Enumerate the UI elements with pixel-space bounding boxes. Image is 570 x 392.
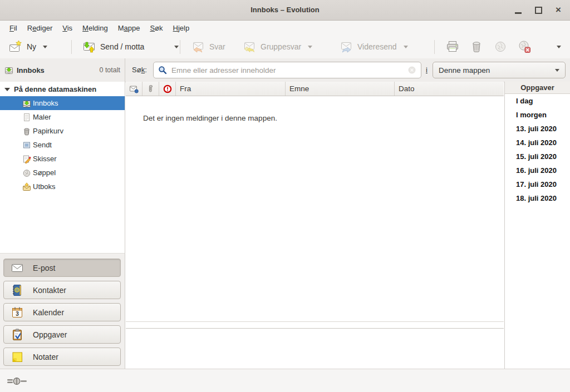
group-reply-label: Gruppesvar — [261, 42, 301, 51]
folder-papirkurv[interactable]: Papirkurv — [0, 124, 125, 138]
task-pane: Oppgaver I dag I morgen 13. juli 2020 14… — [504, 82, 570, 369]
forward-button[interactable]: Videresend — [335, 38, 412, 56]
task-group-date[interactable]: 14. juli 2020 — [505, 136, 570, 150]
folder-label: Innboks — [33, 99, 58, 107]
calendar-icon: 3 — [11, 306, 24, 319]
column-importance[interactable] — [159, 82, 176, 96]
preview-pane-splitter[interactable] — [126, 328, 504, 329]
forward-dropdown-icon[interactable] — [404, 46, 408, 48]
folder-maler[interactable]: Maler — [0, 110, 125, 124]
task-group-date[interactable]: 13. juli 2020 — [505, 122, 570, 136]
tree-root-label: På denne datamaskinen — [14, 85, 96, 93]
maximize-button[interactable] — [529, 0, 548, 20]
group-reply-icon — [243, 40, 256, 53]
folder-label: Søppel — [33, 168, 56, 177]
folder-label: Sendt — [33, 141, 52, 149]
folder-label: Skisser — [33, 155, 57, 163]
column-subject[interactable]: Emne — [286, 82, 395, 96]
task-group-date[interactable]: 15. juli 2020 — [505, 150, 570, 163]
task-group-date[interactable]: 17. juli 2020 — [505, 177, 570, 191]
column-date[interactable]: Dato — [395, 82, 504, 96]
toolbar-overflow-button[interactable] — [550, 38, 566, 56]
switcher-tasks-button[interactable]: Oppgaver — [3, 325, 121, 344]
message-list-header: Fra Emne Dato — [126, 82, 504, 96]
switcher-contacts-button[interactable]: Kontakter — [3, 281, 121, 299]
switcher-label: Oppgaver — [33, 330, 67, 339]
menu-mappe[interactable]: Mappe — [113, 22, 145, 34]
folder-soppel[interactable]: Søppel — [0, 166, 125, 180]
online-status-plug-icon[interactable] — [7, 377, 27, 385]
junk-button[interactable] — [489, 38, 512, 56]
drafts-icon — [22, 155, 31, 163]
status-bar — [0, 369, 570, 392]
search-input[interactable] — [170, 66, 407, 75]
task-group-today[interactable]: I dag — [505, 94, 570, 108]
new-mail-icon — [9, 40, 22, 53]
task-group-date[interactable]: 18. juli 2020 — [505, 191, 570, 205]
junk-folder-icon — [22, 168, 31, 177]
menu-fil[interactable]: Fil — [4, 22, 22, 34]
inbox-icon — [22, 99, 31, 108]
folder-label: Maler — [33, 113, 51, 121]
message-list-pane: Fra Emne Dato Det er ingen meldinger i d… — [126, 82, 504, 369]
group-reply-button[interactable]: Gruppesvar — [238, 38, 317, 56]
new-message-button[interactable]: Ny — [4, 38, 52, 56]
search-box — [153, 62, 421, 78]
folder-skisser[interactable]: Skisser — [0, 152, 125, 166]
attachment-icon — [146, 85, 155, 93]
minimize-button[interactable] — [509, 0, 528, 20]
task-group-date[interactable]: 16. juli 2020 — [505, 163, 570, 177]
scope-selected-value: Denne mappen — [439, 66, 553, 75]
reply-button[interactable]: Svar — [187, 38, 230, 56]
forward-label: Videresend — [357, 42, 397, 51]
switcher-calendar-button[interactable]: 3 Kalender — [3, 303, 121, 321]
folder-header: Innboks 0 totalt — [0, 58, 125, 82]
junk-icon — [493, 39, 508, 54]
menu-melding[interactable]: Melding — [77, 22, 113, 34]
reply-icon — [191, 40, 205, 53]
empty-folder-message: Det er ingen meldinger i denne mappen. — [143, 114, 277, 122]
search-label: Søk: — [132, 66, 147, 74]
menubar: Fil Rediger Vis Melding Mappe Søk Hjelp — [0, 21, 570, 36]
toolbar-separator — [180, 40, 180, 54]
expander-icon[interactable] — [4, 88, 10, 91]
switcher-label: E-post — [33, 264, 55, 272]
print-button[interactable] — [441, 38, 464, 56]
print-icon — [445, 39, 460, 54]
inbox-icon — [4, 66, 13, 75]
menu-rediger[interactable]: Rediger — [22, 22, 58, 34]
current-folder-name: Innboks — [17, 66, 45, 75]
menu-sok[interactable]: Søk — [145, 22, 168, 34]
tasks-icon — [11, 328, 24, 341]
menu-hjelp[interactable]: Hjelp — [168, 22, 195, 34]
maximize-icon — [535, 7, 542, 14]
wastebasket-icon — [22, 127, 31, 136]
column-status[interactable] — [126, 82, 142, 96]
clear-search-icon[interactable] — [407, 66, 416, 75]
folder-sendt[interactable]: Sendt — [0, 138, 125, 152]
group-reply-dropdown-icon[interactable] — [308, 46, 312, 48]
folder-innboks[interactable]: Innboks — [0, 96, 125, 110]
switcher-mail-button[interactable]: E-post — [3, 259, 121, 277]
send-receive-dropdown-icon[interactable] — [174, 46, 179, 48]
send-receive-button[interactable]: Send / motta — [78, 38, 183, 56]
sent-icon — [22, 141, 31, 150]
column-attachment[interactable] — [142, 82, 159, 96]
forward-icon — [340, 40, 353, 53]
new-message-dropdown-icon[interactable] — [43, 46, 47, 48]
column-from[interactable]: Fra — [176, 82, 286, 96]
close-button[interactable]: × — [549, 0, 568, 20]
switcher-notes-button[interactable]: Notater — [3, 348, 121, 366]
menu-vis[interactable]: Vis — [57, 22, 77, 34]
reply-label: Svar — [209, 42, 225, 51]
delete-button[interactable] — [465, 38, 488, 56]
search-scope-dropdown[interactable]: Denne mappen — [433, 62, 566, 78]
overflow-chevron-icon — [557, 46, 561, 48]
task-group-tomorrow[interactable]: I morgen — [505, 108, 570, 122]
message-status-icon — [130, 85, 139, 93]
folder-utboks[interactable]: Utboks — [0, 180, 125, 193]
close-icon: × — [556, 0, 561, 20]
tree-root-on-this-computer[interactable]: På denne datamaskinen — [0, 82, 125, 96]
mail-icon — [11, 261, 24, 275]
not-junk-button[interactable] — [513, 38, 536, 56]
